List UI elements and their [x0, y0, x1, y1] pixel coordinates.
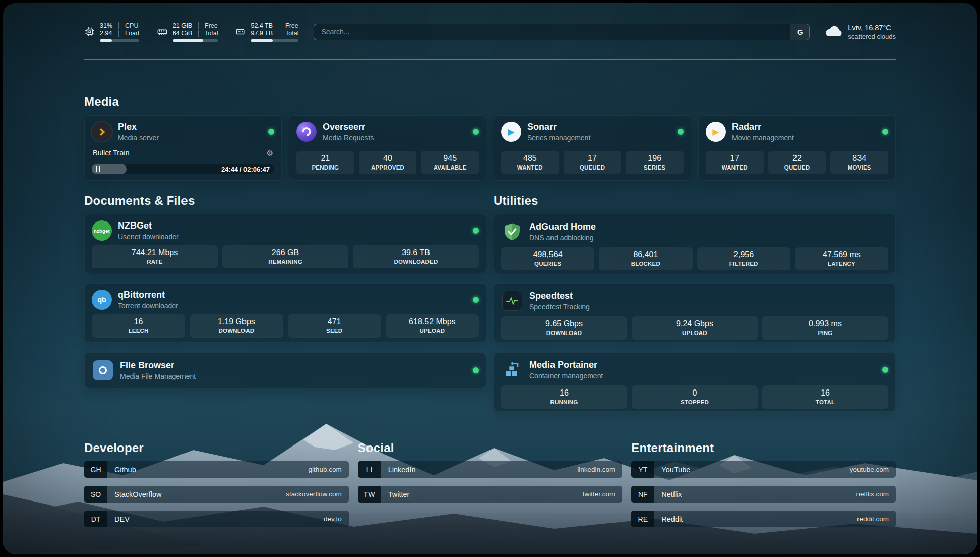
bookmark-dev[interactable]: DT DEV dev.to [84, 511, 349, 527]
memory-label-bottom: Total [198, 30, 218, 37]
gear-icon[interactable]: ⚙ [266, 148, 273, 158]
bookmark-url: github.com [309, 461, 349, 478]
disk-progress-bar [251, 39, 298, 42]
cpu-value: 31% [100, 22, 118, 29]
section-entertainment: Entertainment YT YouTube youtube.com NF … [631, 441, 896, 527]
bookmark-name: LinkedIn [381, 461, 416, 478]
search-input[interactable] [314, 24, 790, 40]
bookmark-twitter[interactable]: TW Twitter twitter.com [358, 486, 623, 503]
stat-queries: 498,564 QUERIES [501, 247, 594, 270]
bookmark-youtube[interactable]: YT YouTube youtube.com [631, 461, 896, 478]
section-title-entertainment: Entertainment [631, 441, 896, 455]
bookmark-netflix[interactable]: NF Netflix netflix.com [631, 486, 896, 503]
status-online-dot [473, 297, 479, 303]
stat-queued: 17 QUEUED [564, 151, 622, 174]
weather-condition: scattered clouds [848, 33, 896, 40]
status-online-dot [473, 228, 479, 234]
bookmark-abbr: RE [631, 511, 654, 527]
section-title-social: Social [358, 441, 623, 455]
bookmark-url: reddit.com [857, 511, 896, 527]
disk-icon [235, 26, 246, 37]
app-card-radarr[interactable]: ▶ Radarr Movie management 17 WANTED [698, 115, 896, 181]
memory-label-top: Free [198, 22, 218, 29]
app-card-sonarr[interactable]: ▶ Sonarr Series management 485 WANTED [494, 115, 691, 181]
disk-label-top: Free [279, 22, 298, 29]
app-card-qbittorrent[interactable]: qb qBittorrent Torrent downloader 16 LEE… [84, 283, 486, 343]
app-desc-sonarr: Series management [527, 134, 590, 142]
desktop-background: 31% CPU 2.94 Load [3, 3, 977, 554]
section-social: Social LI LinkedIn linkedin.com TW Twitt… [358, 441, 623, 527]
bookmark-name: Netflix [654, 486, 682, 503]
app-card-plex[interactable]: Plex Media server Bullet Train ⚙ 24:44 /… [84, 115, 282, 181]
bookmark-abbr: SO [84, 486, 107, 503]
bookmark-url: netflix.com [856, 486, 896, 503]
memory-detail: 64 GiB [173, 30, 198, 37]
bookmark-reddit[interactable]: RE Reddit reddit.com [631, 511, 896, 527]
stat-upload: 9.24 Gbps UPLOAD [632, 316, 758, 340]
app-card-adguard[interactable]: AdGuard Home DNS and adblocking 498,564 … [494, 214, 896, 273]
memory-progress-bar [173, 39, 218, 42]
bookmark-linkedin[interactable]: LI LinkedIn linkedin.com [358, 461, 623, 478]
app-card-nzbget[interactable]: nzbget NZBGet Usenet downloader 744.21 M… [84, 214, 486, 273]
cpu-label-top: CPU [118, 22, 139, 29]
stat-available: 945 AVAILABLE [421, 151, 479, 174]
disk-value: 52.4 TB [251, 22, 279, 29]
status-online-dot [882, 129, 888, 135]
memory-value: 21 GiB [173, 22, 198, 29]
memory-metric: 21 GiB Free 64 GiB Total [156, 22, 218, 42]
search-bar[interactable]: G [314, 24, 810, 40]
app-card-overseerr[interactable]: Overseerr Media Requests 21 PENDING 40 A… [289, 115, 486, 181]
app-name-adguard: AdGuard Home [529, 221, 596, 232]
section-title-documents: Documents & Files [84, 194, 486, 208]
playback-progress-bar[interactable]: 24:44 / 02:06:47 [92, 164, 274, 174]
stat-wanted: 17 WANTED [706, 151, 764, 174]
app-name-filebrowser: File Browser [120, 360, 196, 371]
app-card-speedtest[interactable]: Speedtest Speedtest Tracking 9.65 Gbps D… [494, 283, 896, 343]
app-card-filebrowser[interactable]: File Browser Media File Management [84, 352, 486, 388]
app-name-radarr: Radarr [732, 122, 794, 132]
plex-icon [92, 122, 112, 142]
stat-wanted: 485 WANTED [501, 151, 559, 174]
weather-widget: Lviv, 16.87°C scattered clouds [825, 24, 896, 40]
system-metrics: 31% CPU 2.94 Load [84, 22, 298, 42]
app-card-portainer[interactable]: Media Portainer Container management 16 … [494, 352, 896, 412]
stat-download: 1.19 Gbps DOWNLOAD [190, 314, 283, 338]
top-bar: 31% CPU 2.94 Load [84, 18, 896, 45]
filebrowser-icon [92, 359, 114, 381]
bookmark-github[interactable]: GH Github github.com [84, 461, 349, 478]
status-online-dot [473, 129, 479, 135]
memory-icon [156, 26, 168, 37]
app-desc-radarr: Movie management [732, 134, 794, 142]
section-media: Media Plex Media server Bullet Train [84, 95, 896, 181]
bookmark-url: dev.to [324, 511, 349, 527]
bookmark-name: Reddit [654, 511, 683, 527]
pause-icon[interactable] [96, 166, 100, 172]
app-name-nzbget: NZBGet [118, 220, 179, 231]
app-desc-adguard: DNS and adblocking [529, 234, 596, 242]
disk-metric: 52.4 TB Free 97.9 TB Total [235, 22, 298, 42]
app-desc-portainer: Container management [529, 372, 603, 380]
cpu-label-bottom: Load [118, 30, 139, 37]
weather-location: Lviv, 16.87°C [848, 24, 896, 32]
radarr-icon: ▶ [706, 122, 726, 142]
search-engine-button[interactable]: G [790, 24, 809, 40]
bookmark-url: linkedin.com [577, 461, 622, 478]
stat-series: 196 SERIES [626, 151, 684, 174]
status-online-dot [473, 367, 479, 373]
bookmark-name: DEV [107, 511, 130, 527]
bookmark-url: youtube.com [850, 461, 896, 478]
disk-detail: 97.9 TB [251, 30, 279, 37]
section-utilities: Utilities [494, 194, 896, 412]
bookmark-stackoverflow[interactable]: SO StackOverflow stackoverflow.com [84, 486, 349, 503]
section-title-media: Media [84, 95, 896, 109]
status-online-dot [678, 129, 684, 135]
stat-queued: 22 QUEUED [768, 151, 826, 174]
bookmark-name: YouTube [654, 461, 690, 478]
bookmark-abbr: GH [84, 461, 107, 478]
bookmark-abbr: LI [358, 461, 381, 478]
stat-remaining: 266 GB REMAINING [222, 245, 348, 268]
bookmark-name: Github [107, 461, 136, 478]
app-name-qbittorrent: qBittorrent [118, 290, 178, 300]
stat-pending: 21 PENDING [296, 151, 354, 174]
status-online-dot [268, 129, 274, 135]
